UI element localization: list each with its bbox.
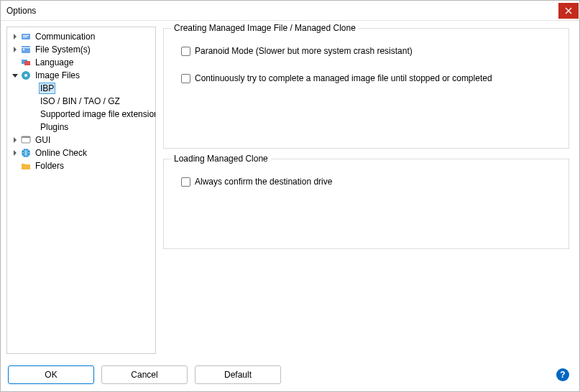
chevron-right-icon[interactable] [10,135,20,145]
checkbox-icon[interactable] [181,74,190,83]
button-label: Default [224,370,252,380]
button-label: Cancel [131,370,157,380]
options-dialog: Options Communication [0,0,580,392]
check-label: Continuously try to complete a managed i… [195,73,492,83]
tree-label: Plugins [39,122,70,132]
tree-item-communication[interactable]: Communication [7,30,156,43]
nav-tree-pane[interactable]: Communication File System(s) · [6,27,156,354]
window-title: Options [6,6,558,16]
svg-point-9 [24,74,27,77]
tree-label: GUI [34,135,52,145]
tree-item-folders[interactable]: · Folders [7,159,156,172]
content-pane: Creating Managed Image File / Managed Cl… [163,27,572,354]
tree-label: Image Files [34,70,81,80]
help-button[interactable]: ? [556,368,569,381]
cancel-button[interactable]: Cancel [101,365,188,384]
tree-item-plugins[interactable]: Plugins [7,121,156,134]
chevron-down-icon[interactable] [10,70,20,80]
svg-rect-5 [23,49,24,50]
globe-icon [20,147,32,159]
group-legend: Loading Managed Clone [171,154,271,164]
group-creating-managed: Creating Managed Image File / Managed Cl… [163,28,569,149]
tree-item-language[interactable]: · Language [7,56,156,69]
dialog-body: Communication File System(s) · [1,21,579,358]
ok-button[interactable]: OK [8,365,94,384]
titlebar: Options [1,1,579,21]
check-continuous-retry[interactable]: Continuously try to complete a managed i… [181,72,557,85]
nav-tree: Communication File System(s) · [7,30,156,172]
help-icon: ? [560,370,565,380]
chevron-right-icon[interactable] [10,148,20,158]
folder-icon [20,160,32,172]
filesystem-icon [20,44,32,55]
dialog-footer: OK Cancel Default ? [1,358,579,391]
check-paranoid-mode[interactable]: Paranoid Mode (Slower but more system cr… [181,45,557,57]
group-legend: Creating Managed Image File / Managed Cl… [171,23,359,33]
button-label: OK [45,370,57,380]
svg-rect-3 [22,46,30,53]
tree-label: Online Check [34,148,88,158]
disc-image-icon [20,70,32,81]
close-button[interactable] [558,3,579,19]
language-icon [20,57,32,68]
check-label: Paranoid Mode (Slower but more system cr… [195,46,413,56]
tree-item-iso-bin-tao-gz[interactable]: ISO / BIN / TAO / GZ [7,95,156,108]
check-label: Always confirm the destination drive [195,177,332,187]
svg-rect-1 [23,35,29,36]
svg-rect-2 [23,37,27,37]
tree-item-imagefiles[interactable]: Image Files [7,69,156,82]
default-button[interactable]: Default [195,365,281,384]
tree-item-online-check[interactable]: Online Check [7,146,156,159]
tree-item-supported-ext[interactable]: Supported image file extension [7,108,156,121]
comm-icon [20,31,32,42]
tree-item-filesystems[interactable]: File System(s) [7,43,156,56]
tree-label: ISO / BIN / TAO / GZ [39,96,121,106]
tree-label: Supported image file extension [39,109,156,119]
tree-item-gui[interactable]: GUI [7,134,156,146]
group-loading-managed: Loading Managed Clone Always confirm the… [163,159,569,249]
tree-label: Folders [34,161,65,171]
tree-label: Language [34,57,75,67]
svg-rect-7 [24,61,30,65]
tree-label: IBP [39,83,55,94]
checkbox-icon[interactable] [181,177,190,187]
svg-rect-4 [22,47,30,48]
svg-rect-11 [22,136,30,138]
chevron-right-icon[interactable] [10,32,20,42]
tree-label: File System(s) [34,45,92,55]
chevron-right-icon[interactable] [10,45,20,55]
check-confirm-destination[interactable]: Always confirm the destination drive [181,175,557,188]
tree-item-ibp[interactable]: IBP [7,82,156,95]
gui-icon [20,134,32,146]
tree-label: Communication [34,32,96,42]
checkbox-icon[interactable] [181,47,190,56]
close-icon [565,7,572,14]
